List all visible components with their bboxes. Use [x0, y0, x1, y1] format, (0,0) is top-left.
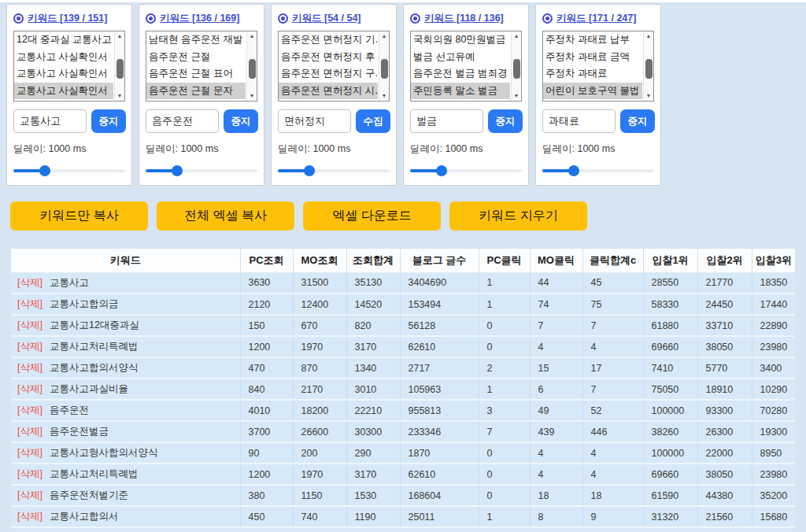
keyword-list-item[interactable]: 주정차 과태료 납부 — [543, 31, 642, 49]
keyword-list-item[interactable]: 주민등록 말소 벌금 — [411, 83, 510, 100]
keyword-listbox[interactable]: 주정차 과태료 납부주정차 과태료 금액주정차 과태료어린이 보호구역 불법 ▲… — [542, 31, 654, 102]
scroll-up-icon[interactable]: ▲ — [379, 32, 389, 40]
delete-link[interactable]: [삭제] — [17, 298, 43, 309]
delete-link[interactable]: [삭제] — [17, 468, 43, 479]
action-button[interactable]: 중지 — [224, 109, 258, 133]
delay-slider[interactable] — [542, 165, 654, 176]
keyword-input[interactable] — [410, 109, 483, 133]
delete-link[interactable]: [삭제] — [17, 383, 43, 394]
action-button[interactable]: 수집 — [356, 109, 390, 133]
keyword-count-link[interactable]: 키워드 [54 / 54] — [292, 12, 361, 25]
radio-icon[interactable] — [146, 13, 156, 24]
keyword-input[interactable] — [146, 109, 219, 133]
value-cell: 62610 — [400, 464, 479, 485]
listbox-scrollbar[interactable]: ▲ ▼ — [114, 31, 124, 101]
scroll-down-icon[interactable]: ▼ — [247, 92, 257, 100]
delete-link[interactable]: [삭제] — [17, 426, 43, 437]
keyword-list-item[interactable]: 교통사고 사실확인서 — [14, 83, 113, 100]
keyword-list-item[interactable]: 음주운전 근절 표어 — [146, 65, 246, 83]
keyword-listbox[interactable]: 음주운전 면허정지 기...음주운전 면허정지 후음주운전 면허정지 구...음… — [278, 31, 390, 102]
delay-slider[interactable] — [13, 165, 125, 176]
scroll-down-icon[interactable]: ▼ — [115, 92, 124, 100]
listbox-scrollbar[interactable]: ▲ ▼ — [379, 31, 389, 101]
delete-link[interactable]: [삭제] — [17, 320, 43, 331]
delay-slider[interactable] — [410, 165, 522, 176]
keyword-list-item[interactable]: 12대 중과실 교통사고 — [14, 31, 113, 49]
listbox-scrollbar[interactable]: ▲ ▼ — [246, 31, 257, 101]
clear-keywords-button[interactable]: 키워드 지우기 — [449, 201, 587, 231]
listbox-scrollbar[interactable]: ▲ ▼ — [511, 31, 521, 101]
action-button[interactable]: 중지 — [91, 109, 126, 133]
delay-slider[interactable] — [146, 165, 257, 176]
keyword-list-item[interactable]: 음주운전 면허정지 시... — [279, 83, 378, 100]
delete-link[interactable]: [삭제] — [17, 362, 43, 373]
keyword-list-item[interactable]: 음주운전 면허정지 후 — [279, 49, 378, 66]
delete-link[interactable]: [삭제] — [17, 341, 43, 352]
radio-icon[interactable] — [13, 13, 24, 24]
scroll-up-icon[interactable]: ▲ — [115, 32, 124, 40]
scroll-down-icon[interactable]: ▼ — [644, 92, 653, 100]
scrollbar-thumb[interactable] — [249, 59, 256, 79]
value-cell: 0 — [479, 442, 530, 464]
value-cell: 7 — [479, 421, 530, 442]
scrollbar-thumb[interactable] — [381, 59, 388, 79]
keyword-listbox[interactable]: 남태현 음주운전 재발음주운전 근절음주운전 근절 표어음주운전 근절 문자 ▲… — [146, 31, 257, 102]
keyword-list-item[interactable]: 국회의원 80만원벌금 — [411, 31, 510, 49]
copy-keywords-only-button[interactable]: 키워드만 복사 — [10, 201, 148, 231]
keyword-count-link[interactable]: 키워드 [171 / 247] — [556, 12, 636, 25]
slider-thumb[interactable] — [304, 165, 315, 176]
scrollbar-thumb[interactable] — [513, 59, 520, 79]
keyword-count-link[interactable]: 키워드 [118 / 136] — [424, 12, 504, 25]
keyword-list-item[interactable]: 주정차 과태료 금액 — [543, 49, 642, 66]
keyword-list-item[interactable]: 음주운전 근절 문자 — [146, 83, 246, 100]
action-button[interactable]: 중지 — [488, 109, 523, 133]
radio-icon[interactable] — [278, 13, 288, 24]
delay-slider[interactable] — [278, 165, 390, 176]
keyword-listbox[interactable]: 국회의원 80만원벌금벌금 선고유예음주운전 벌금 범죄경주민등록 말소 벌금 … — [410, 31, 522, 102]
keyword-list-item[interactable]: 어린이 보호구역 불법 — [543, 83, 642, 100]
scroll-down-icon[interactable]: ▼ — [379, 92, 389, 100]
keyword-listbox[interactable]: 12대 중과실 교통사고교통사고 사실확인서교통사고 사실확인서교통사고 사실확… — [13, 31, 125, 102]
slider-thumb[interactable] — [568, 165, 579, 176]
keyword-input[interactable] — [13, 109, 87, 133]
scroll-down-icon[interactable]: ▼ — [512, 92, 521, 100]
keyword-count-link[interactable]: 키워드 [139 / 151] — [28, 12, 107, 25]
delete-link[interactable]: [삭제] — [17, 490, 43, 501]
download-excel-button[interactable]: 엑셀 다운로드 — [303, 201, 441, 231]
keyword-list-item[interactable]: 남태현 음주운전 재발 — [146, 31, 246, 49]
keyword-list-item[interactable]: 주정차 과태료 — [543, 65, 642, 83]
keyword-list-item[interactable]: 음주운전 근절 — [146, 49, 246, 66]
keyword-input[interactable] — [542, 109, 616, 133]
keyword-cell: [삭제]교통사고합의서양식 — [11, 357, 240, 379]
radio-icon[interactable] — [410, 13, 420, 24]
scroll-up-icon[interactable]: ▲ — [247, 32, 257, 40]
delete-link[interactable]: [삭제] — [17, 447, 43, 458]
action-button[interactable]: 중지 — [620, 109, 655, 133]
keyword-list-item[interactable]: 음주운전 면허정지 기... — [279, 31, 378, 49]
scroll-up-icon[interactable]: ▲ — [512, 32, 521, 40]
keyword-list-item[interactable]: 음주운전 면허정지 구... — [279, 65, 378, 83]
value-cell: 18200 — [293, 400, 346, 421]
keyword-list: 12대 중과실 교통사고교통사고 사실확인서교통사고 사실확인서교통사고 사실확… — [14, 31, 124, 99]
keyword-list-item[interactable]: 음주운전 벌금 범죄경 — [411, 65, 510, 83]
delete-link[interactable]: [삭제] — [17, 277, 43, 288]
scroll-up-icon[interactable]: ▲ — [644, 32, 653, 40]
slider-thumb[interactable] — [39, 165, 50, 176]
radio-icon[interactable] — [542, 13, 553, 24]
keyword-count-link[interactable]: 키워드 [136 / 169] — [160, 12, 239, 25]
scrollbar-thumb[interactable] — [645, 59, 653, 79]
slider-thumb[interactable] — [172, 165, 183, 176]
keyword-list-item[interactable]: 교통사고 사실확인서 — [14, 49, 113, 66]
keyword-list-item[interactable]: 벌금 선고유예 — [411, 49, 510, 66]
delay-label: 딜레이: 1000 ms — [542, 142, 654, 156]
value-cell: 31320 — [643, 506, 697, 527]
listbox-scrollbar[interactable]: ▲ ▼ — [643, 31, 653, 101]
slider-thumb[interactable] — [436, 165, 447, 176]
copy-all-excel-button[interactable]: 전체 엑셀 복사 — [157, 201, 294, 231]
scrollbar-thumb[interactable] — [116, 59, 124, 79]
keyword-list-item[interactable]: 교통사고 사실확인서 — [14, 65, 113, 83]
value-cell: 3630 — [240, 272, 293, 294]
delete-link[interactable]: [삭제] — [17, 511, 43, 522]
keyword-input[interactable] — [278, 109, 351, 133]
delete-link[interactable]: [삭제] — [17, 405, 43, 416]
